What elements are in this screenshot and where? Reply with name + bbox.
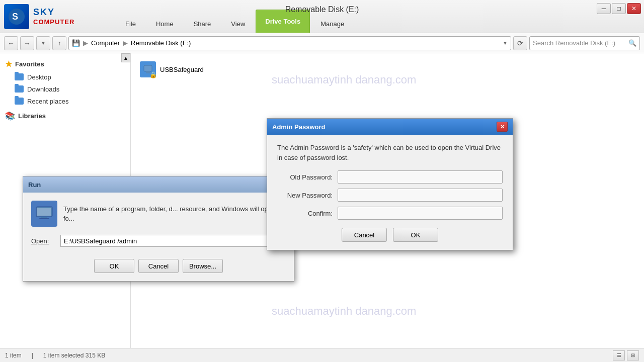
svg-text:S: S	[12, 12, 18, 22]
title-bar: S SKY COMPUTER File Home Share View Driv…	[0, 0, 644, 33]
libraries-label: Libraries	[18, 112, 46, 120]
address-separator-2: ▶	[123, 39, 128, 47]
admin-content: The Admin Password is a 'safety' which c…	[267, 135, 513, 250]
admin-dialog: Admin Password ✕ The Admin Password is a…	[267, 118, 513, 250]
logo-sky: SKY	[33, 7, 74, 18]
sidebar-item-desktop[interactable]: Desktop	[0, 71, 130, 83]
run-browse-button[interactable]: Browse...	[183, 259, 223, 273]
tab-manage[interactable]: Manage	[311, 15, 354, 33]
svg-rect-3	[146, 71, 150, 73]
desktop-icon	[14, 73, 24, 81]
confirm-label: Confirm:	[277, 210, 338, 217]
admin-description: The Admin Password is a 'safety' which c…	[277, 143, 503, 162]
svg-rect-7	[39, 218, 49, 219]
run-computer-icon	[31, 201, 57, 227]
watermark-bottom: suachuamaytinh danang.com	[272, 305, 416, 318]
window-controls: ─ □ ✕	[597, 0, 644, 33]
run-cancel-button[interactable]: Cancel	[138, 259, 179, 273]
file-name-usbsafeguard: USBSafeguard	[160, 66, 204, 73]
address-computer[interactable]: Computer	[91, 39, 120, 47]
favorites-label: Favorites	[15, 60, 44, 68]
address-separator-1: ▶	[83, 39, 88, 47]
libraries-icon: 📚	[5, 111, 15, 121]
address-bar[interactable]: 💾 ▶ Computer ▶ Removable Disk (E:) ▼	[68, 36, 511, 50]
usb-file-icon: 🔒	[140, 61, 156, 77]
tab-share[interactable]: Share	[184, 15, 221, 33]
recent-locations-button[interactable]: ▼	[36, 36, 50, 50]
close-button[interactable]: ✕	[627, 3, 641, 14]
run-open-label: Open:	[31, 237, 56, 245]
status-selected: 1 item selected 315 KB	[43, 352, 105, 359]
run-dialog: Run Type the name of a program, folder, …	[23, 176, 294, 282]
run-buttons: OK Cancel Browse...	[23, 255, 294, 281]
minimize-button[interactable]: ─	[597, 3, 611, 14]
status-bar: 1 item | 1 item selected 315 KB ☰ ⊞	[0, 348, 644, 362]
maximize-button[interactable]: □	[612, 3, 626, 14]
sidebar-downloads-label: Downloads	[27, 85, 59, 93]
run-description: Type the name of a program, folder, d...…	[63, 204, 286, 224]
new-password-input[interactable]	[338, 189, 503, 202]
admin-close-button[interactable]: ✕	[497, 122, 508, 132]
old-password-label: Old Password:	[277, 173, 338, 181]
refresh-button[interactable]: ⟳	[513, 36, 527, 50]
status-item-count: 1 item	[5, 352, 22, 359]
back-button[interactable]: ←	[4, 36, 18, 50]
run-ok-button[interactable]: OK	[94, 259, 134, 273]
sidebar-desktop-label: Desktop	[27, 73, 51, 81]
logo-icon: S	[4, 4, 29, 29]
admin-title: Admin Password	[272, 123, 325, 131]
logo-area: S SKY COMPUTER	[0, 0, 116, 33]
watermark-top: suachuamaytinh danang.com	[272, 73, 416, 86]
tab-view[interactable]: View	[221, 15, 255, 33]
address-chevron[interactable]: ▼	[503, 40, 508, 46]
run-open-row: Open:	[31, 235, 286, 247]
form-row-new-password: New Password:	[277, 189, 503, 202]
search-placeholder-text: Search Removable Disk (E:)	[533, 39, 615, 47]
up-button[interactable]: ↑	[52, 36, 66, 50]
sidebar-recent-label: Recent places	[27, 98, 68, 105]
address-disk[interactable]: Removable Disk (E:)	[131, 39, 191, 47]
sidebar-favorites[interactable]: ★ Favorites	[0, 57, 130, 71]
new-password-label: New Password:	[277, 192, 338, 199]
address-drive-icon: 💾	[72, 39, 80, 47]
window-title: Removable Disk (E:)	[285, 5, 359, 14]
sidebar-libraries[interactable]: 📚 Libraries	[0, 109, 130, 123]
sidebar-scroll-up[interactable]: ▲	[121, 53, 130, 62]
recent-icon	[14, 97, 24, 105]
old-password-input[interactable]	[338, 170, 503, 184]
admin-buttons: Cancel OK	[277, 228, 503, 242]
run-content: Type the name of a program, folder, d...…	[23, 193, 294, 255]
form-row-old-password: Old Password:	[277, 170, 503, 184]
run-open-input[interactable]	[60, 235, 286, 247]
nav-bar: ← → ▼ ↑ 💾 ▶ Computer ▶ Removable Disk (E…	[0, 33, 644, 53]
form-row-confirm: Confirm:	[277, 207, 503, 220]
forward-button[interactable]: →	[20, 36, 34, 50]
tab-home[interactable]: Home	[146, 15, 183, 33]
logo-text: SKY COMPUTER	[33, 7, 74, 26]
admin-ok-button[interactable]: OK	[393, 228, 438, 242]
run-title: Run	[28, 181, 41, 189]
search-icon[interactable]: 🔍	[628, 39, 636, 47]
status-separator: |	[32, 352, 33, 359]
run-title-bar: Run	[23, 176, 294, 193]
libraries-section: 📚 Libraries	[0, 109, 130, 123]
view-details-icon[interactable]: ☰	[613, 350, 625, 360]
file-item-usbsafeguard[interactable]: 🔒 USBSafeguard	[136, 58, 208, 80]
status-bar-right: ☰ ⊞	[613, 350, 639, 360]
svg-rect-5	[37, 208, 51, 216]
tab-file[interactable]: File	[116, 15, 145, 33]
sidebar-item-recent[interactable]: Recent places	[0, 95, 130, 107]
star-icon: ★	[5, 59, 12, 69]
svg-rect-6	[41, 217, 47, 218]
sidebar-item-downloads[interactable]: Downloads	[0, 83, 130, 95]
logo-computer: COMPUTER	[33, 18, 74, 26]
svg-rect-2	[144, 65, 152, 71]
view-large-icon[interactable]: ⊞	[627, 350, 639, 360]
run-body: Type the name of a program, folder, d...…	[31, 201, 286, 227]
admin-title-bar: Admin Password ✕	[267, 119, 513, 135]
admin-cancel-button[interactable]: Cancel	[342, 228, 387, 242]
confirm-input[interactable]	[338, 207, 503, 220]
search-bar[interactable]: Search Removable Disk (E:) 🔍	[529, 36, 640, 50]
downloads-icon	[14, 85, 24, 93]
